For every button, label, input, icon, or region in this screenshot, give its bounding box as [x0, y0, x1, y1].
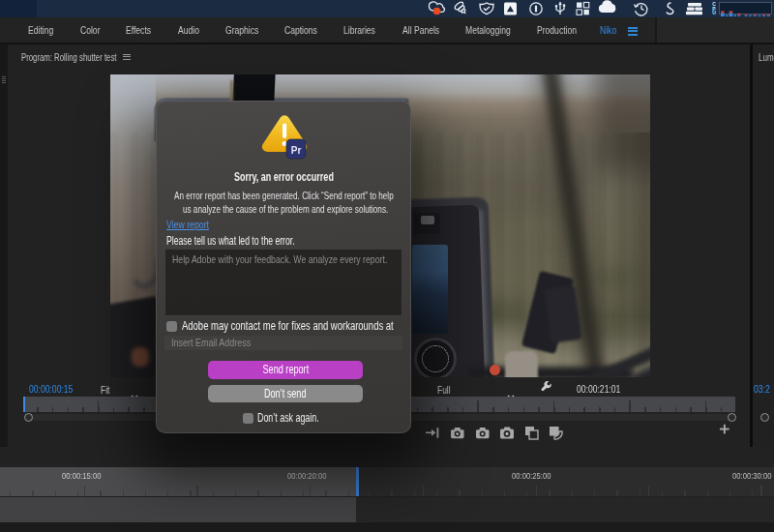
svg-text:Pr: Pr: [291, 145, 302, 156]
